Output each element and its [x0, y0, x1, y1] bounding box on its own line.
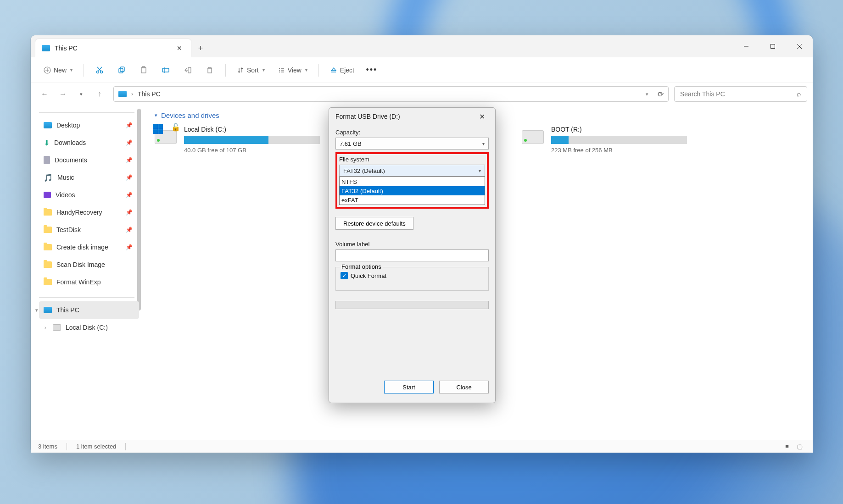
- monitor-icon: [118, 91, 127, 97]
- filesystem-option-fat32[interactable]: FAT32 (Default): [340, 186, 485, 195]
- search-icon[interactable]: ⌕: [797, 90, 801, 98]
- folder-icon: [44, 227, 52, 233]
- sidebar-item-label: Documents: [55, 156, 87, 164]
- close-tab-icon[interactable]: ✕: [174, 43, 185, 54]
- minimize-button[interactable]: [733, 35, 759, 57]
- quick-format-label: Quick Format: [351, 272, 386, 279]
- checkbox-checked-icon[interactable]: ✓: [341, 272, 348, 279]
- eject-label: Eject: [340, 66, 354, 74]
- up-button[interactable]: ↑: [91, 86, 108, 102]
- svg-point-18: [279, 68, 280, 69]
- pin-icon: 📌: [126, 227, 133, 233]
- paste-button[interactable]: [134, 62, 153, 78]
- sidebar-item-documents[interactable]: Documents📌: [39, 151, 139, 169]
- rename-button[interactable]: [156, 62, 175, 78]
- svg-rect-17: [188, 67, 191, 73]
- back-button[interactable]: ←: [36, 86, 53, 102]
- dialog-close-button[interactable]: ✕: [475, 110, 489, 123]
- sidebar-item-label: HandyRecovery: [56, 209, 102, 216]
- sidebar-item-label: Create disk image: [56, 244, 108, 251]
- sidebar-item-music[interactable]: 🎵Music📌: [39, 169, 139, 186]
- sidebar-item-this-pc[interactable]: ▾This PC: [39, 301, 139, 319]
- sidebar-item-label: This PC: [56, 306, 79, 314]
- disk-icon: [53, 324, 61, 331]
- separator: [39, 112, 134, 113]
- sidebar-item-scan-disk-image[interactable]: Scan Disk Image: [39, 256, 139, 273]
- breadcrumb[interactable]: This PC: [138, 90, 161, 98]
- sidebar-item-format-winexp[interactable]: Format WinExp: [39, 273, 139, 291]
- sidebar-item-testdisk[interactable]: TestDisk📌: [39, 221, 139, 238]
- drive-icon: 🔓: [155, 126, 178, 144]
- svg-point-20: [279, 70, 280, 71]
- chevron-down-icon: ▾: [482, 141, 485, 146]
- dialog-title-bar[interactable]: Format USB Drive (D:) ✕: [329, 108, 495, 125]
- filesystem-option-ntfs[interactable]: NTFS: [340, 177, 485, 186]
- sidebar-item-videos[interactable]: Videos📌: [39, 186, 139, 204]
- sidebar-item-label: Desktop: [56, 122, 80, 129]
- recent-button[interactable]: ▾: [73, 86, 89, 102]
- cut-button[interactable]: [90, 62, 109, 78]
- view-button[interactable]: View ▾: [273, 62, 312, 78]
- folder-icon: [44, 261, 52, 268]
- address-bar[interactable]: › This PC ▾ ⟳: [113, 86, 669, 102]
- sidebar-item-desktop[interactable]: Desktop📌: [39, 116, 139, 134]
- chevron-down-icon[interactable]: ▾: [646, 91, 648, 97]
- sidebar: Desktop📌 ⬇Downloads📌 Documents📌 🎵Music📌 …: [31, 105, 141, 440]
- pin-icon: 📌: [126, 122, 133, 128]
- close-button[interactable]: [786, 35, 813, 57]
- monitor-icon: [44, 307, 52, 313]
- chevron-right-icon[interactable]: ›: [45, 325, 46, 330]
- drive-name: Local Disk (C:): [184, 126, 320, 133]
- details-view-button[interactable]: ≡: [782, 442, 793, 451]
- separator: [84, 64, 84, 77]
- drive-boot-r[interactable]: BOOT (R:) 223 MB free of 256 MB: [522, 126, 687, 154]
- sidebar-item-handyrecovery[interactable]: HandyRecovery📌: [39, 204, 139, 221]
- new-tab-button[interactable]: +: [191, 39, 210, 57]
- chevron-down-icon: ▾: [262, 67, 265, 72]
- format-dialog: Format USB Drive (D:) ✕ Capacity: 7.61 G…: [329, 107, 496, 403]
- sidebar-item-downloads[interactable]: ⬇Downloads📌: [39, 134, 139, 151]
- sidebar-item-label: Format WinExp: [56, 278, 100, 286]
- share-button[interactable]: [179, 62, 197, 78]
- capacity-bar: [184, 136, 320, 144]
- separator: [39, 297, 134, 298]
- video-icon: [44, 192, 51, 198]
- sidebar-item-local-disk[interactable]: ›Local Disk (C:): [39, 319, 139, 336]
- section-title: Devices and drives: [161, 111, 219, 119]
- pin-icon: 📌: [126, 139, 133, 146]
- new-button[interactable]: New ▾: [39, 62, 77, 78]
- sidebar-item-label: TestDisk: [56, 226, 81, 233]
- sidebar-item-create-disk-image[interactable]: Create disk image📌: [39, 238, 139, 256]
- tab-this-pc[interactable]: This PC ✕: [35, 39, 191, 57]
- search-box[interactable]: ⌕: [674, 86, 807, 102]
- folder-icon: [44, 279, 52, 285]
- copy-button[interactable]: [112, 62, 131, 78]
- more-button[interactable]: •••: [363, 62, 381, 78]
- chevron-down-icon[interactable]: ▾: [35, 307, 38, 313]
- volume-label-input[interactable]: [335, 249, 489, 261]
- start-button[interactable]: Start: [384, 381, 434, 393]
- maximize-button[interactable]: [759, 35, 786, 57]
- svg-rect-1: [771, 44, 775, 49]
- highlight-annotation: File system FAT32 (Default) ▾ NTFS FAT32…: [335, 152, 489, 209]
- forward-button[interactable]: →: [55, 86, 71, 102]
- refresh-icon[interactable]: ⟳: [658, 90, 664, 99]
- svg-rect-13: [141, 67, 146, 73]
- chevron-down-icon: ▾: [70, 67, 73, 72]
- filesystem-select[interactable]: FAT32 (Default) ▾ NTFS FAT32 (Default) e…: [339, 165, 485, 177]
- drive-local-c[interactable]: 🔓 Local Disk (C:) 40.0 GB free of 107 GB: [155, 126, 320, 154]
- status-item-count: 3 items: [38, 443, 57, 450]
- delete-button[interactable]: [201, 62, 219, 78]
- sidebar-item-label: Scan Disk Image: [56, 261, 105, 268]
- filesystem-option-exfat[interactable]: exFAT: [340, 195, 485, 205]
- chevron-down-icon: ▾: [155, 112, 157, 118]
- quick-format-checkbox-row[interactable]: ✓ Quick Format: [341, 272, 484, 279]
- icons-view-button[interactable]: ▢: [794, 442, 805, 451]
- restore-defaults-button[interactable]: Restore device defaults: [335, 217, 413, 230]
- search-input[interactable]: [680, 90, 797, 98]
- sort-button[interactable]: Sort ▾: [232, 62, 269, 78]
- close-button[interactable]: Close: [439, 381, 489, 393]
- toolbar: New ▾ Sort ▾ View ▾ Eject •••: [31, 57, 813, 83]
- eject-button[interactable]: Eject: [325, 62, 359, 78]
- capacity-select[interactable]: 7.61 GB ▾: [335, 138, 489, 150]
